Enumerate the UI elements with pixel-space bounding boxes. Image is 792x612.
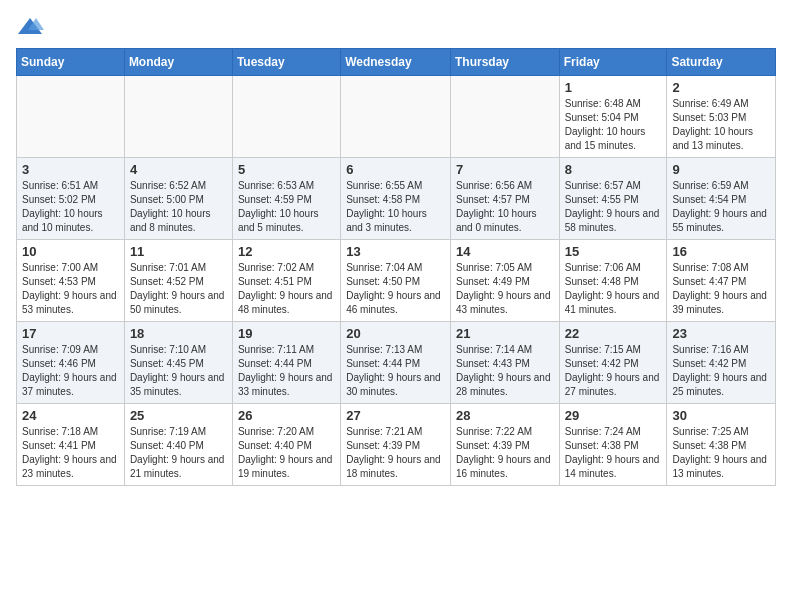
calendar-cell: 6Sunrise: 6:55 AM Sunset: 4:58 PM Daylig… (341, 158, 451, 240)
calendar-cell: 27Sunrise: 7:21 AM Sunset: 4:39 PM Dayli… (341, 404, 451, 486)
calendar-cell: 4Sunrise: 6:52 AM Sunset: 5:00 PM Daylig… (124, 158, 232, 240)
calendar-cell: 10Sunrise: 7:00 AM Sunset: 4:53 PM Dayli… (17, 240, 125, 322)
cell-text: Sunrise: 6:52 AM Sunset: 5:00 PM Dayligh… (130, 179, 227, 235)
cell-text: Sunrise: 6:56 AM Sunset: 4:57 PM Dayligh… (456, 179, 554, 235)
cell-text: Sunrise: 7:15 AM Sunset: 4:42 PM Dayligh… (565, 343, 662, 399)
calendar-cell: 16Sunrise: 7:08 AM Sunset: 4:47 PM Dayli… (667, 240, 776, 322)
day-number: 5 (238, 162, 335, 177)
day-number: 21 (456, 326, 554, 341)
calendar-cell (17, 76, 125, 158)
day-number: 13 (346, 244, 445, 259)
day-number: 3 (22, 162, 119, 177)
cell-text: Sunrise: 6:57 AM Sunset: 4:55 PM Dayligh… (565, 179, 662, 235)
day-number: 19 (238, 326, 335, 341)
day-number: 25 (130, 408, 227, 423)
weekday-header: Saturday (667, 49, 776, 76)
cell-text: Sunrise: 6:51 AM Sunset: 5:02 PM Dayligh… (22, 179, 119, 235)
calendar-cell: 1Sunrise: 6:48 AM Sunset: 5:04 PM Daylig… (559, 76, 667, 158)
calendar-cell: 2Sunrise: 6:49 AM Sunset: 5:03 PM Daylig… (667, 76, 776, 158)
cell-text: Sunrise: 7:04 AM Sunset: 4:50 PM Dayligh… (346, 261, 445, 317)
day-number: 10 (22, 244, 119, 259)
calendar-cell: 9Sunrise: 6:59 AM Sunset: 4:54 PM Daylig… (667, 158, 776, 240)
cell-text: Sunrise: 6:49 AM Sunset: 5:03 PM Dayligh… (672, 97, 770, 153)
cell-text: Sunrise: 7:02 AM Sunset: 4:51 PM Dayligh… (238, 261, 335, 317)
day-number: 14 (456, 244, 554, 259)
day-number: 4 (130, 162, 227, 177)
page-header (16, 16, 776, 38)
calendar-cell: 17Sunrise: 7:09 AM Sunset: 4:46 PM Dayli… (17, 322, 125, 404)
weekday-header: Sunday (17, 49, 125, 76)
cell-text: Sunrise: 6:55 AM Sunset: 4:58 PM Dayligh… (346, 179, 445, 235)
weekday-header: Wednesday (341, 49, 451, 76)
cell-text: Sunrise: 7:10 AM Sunset: 4:45 PM Dayligh… (130, 343, 227, 399)
logo-icon (16, 16, 44, 38)
cell-text: Sunrise: 7:13 AM Sunset: 4:44 PM Dayligh… (346, 343, 445, 399)
calendar-cell: 14Sunrise: 7:05 AM Sunset: 4:49 PM Dayli… (450, 240, 559, 322)
day-number: 24 (22, 408, 119, 423)
day-number: 1 (565, 80, 662, 95)
cell-text: Sunrise: 6:48 AM Sunset: 5:04 PM Dayligh… (565, 97, 662, 153)
cell-text: Sunrise: 7:16 AM Sunset: 4:42 PM Dayligh… (672, 343, 770, 399)
cell-text: Sunrise: 7:14 AM Sunset: 4:43 PM Dayligh… (456, 343, 554, 399)
day-number: 2 (672, 80, 770, 95)
calendar-cell: 11Sunrise: 7:01 AM Sunset: 4:52 PM Dayli… (124, 240, 232, 322)
cell-text: Sunrise: 7:11 AM Sunset: 4:44 PM Dayligh… (238, 343, 335, 399)
day-number: 16 (672, 244, 770, 259)
calendar-cell: 25Sunrise: 7:19 AM Sunset: 4:40 PM Dayli… (124, 404, 232, 486)
cell-text: Sunrise: 7:19 AM Sunset: 4:40 PM Dayligh… (130, 425, 227, 481)
calendar-cell: 24Sunrise: 7:18 AM Sunset: 4:41 PM Dayli… (17, 404, 125, 486)
day-number: 20 (346, 326, 445, 341)
weekday-header: Friday (559, 49, 667, 76)
calendar-cell: 15Sunrise: 7:06 AM Sunset: 4:48 PM Dayli… (559, 240, 667, 322)
weekday-header: Tuesday (232, 49, 340, 76)
day-number: 6 (346, 162, 445, 177)
day-number: 27 (346, 408, 445, 423)
cell-text: Sunrise: 7:22 AM Sunset: 4:39 PM Dayligh… (456, 425, 554, 481)
cell-text: Sunrise: 7:06 AM Sunset: 4:48 PM Dayligh… (565, 261, 662, 317)
cell-text: Sunrise: 7:09 AM Sunset: 4:46 PM Dayligh… (22, 343, 119, 399)
cell-text: Sunrise: 7:25 AM Sunset: 4:38 PM Dayligh… (672, 425, 770, 481)
day-number: 22 (565, 326, 662, 341)
day-number: 17 (22, 326, 119, 341)
calendar-cell: 19Sunrise: 7:11 AM Sunset: 4:44 PM Dayli… (232, 322, 340, 404)
calendar-cell: 3Sunrise: 6:51 AM Sunset: 5:02 PM Daylig… (17, 158, 125, 240)
day-number: 23 (672, 326, 770, 341)
cell-text: Sunrise: 7:21 AM Sunset: 4:39 PM Dayligh… (346, 425, 445, 481)
day-number: 7 (456, 162, 554, 177)
day-number: 8 (565, 162, 662, 177)
cell-text: Sunrise: 7:18 AM Sunset: 4:41 PM Dayligh… (22, 425, 119, 481)
calendar-cell (341, 76, 451, 158)
calendar-cell (232, 76, 340, 158)
calendar-cell: 22Sunrise: 7:15 AM Sunset: 4:42 PM Dayli… (559, 322, 667, 404)
day-number: 18 (130, 326, 227, 341)
calendar-cell: 7Sunrise: 6:56 AM Sunset: 4:57 PM Daylig… (450, 158, 559, 240)
day-number: 29 (565, 408, 662, 423)
day-number: 12 (238, 244, 335, 259)
calendar-cell: 26Sunrise: 7:20 AM Sunset: 4:40 PM Dayli… (232, 404, 340, 486)
calendar-cell: 29Sunrise: 7:24 AM Sunset: 4:38 PM Dayli… (559, 404, 667, 486)
weekday-header: Thursday (450, 49, 559, 76)
calendar-cell: 20Sunrise: 7:13 AM Sunset: 4:44 PM Dayli… (341, 322, 451, 404)
day-number: 30 (672, 408, 770, 423)
cell-text: Sunrise: 6:59 AM Sunset: 4:54 PM Dayligh… (672, 179, 770, 235)
cell-text: Sunrise: 7:08 AM Sunset: 4:47 PM Dayligh… (672, 261, 770, 317)
calendar-cell: 13Sunrise: 7:04 AM Sunset: 4:50 PM Dayli… (341, 240, 451, 322)
day-number: 15 (565, 244, 662, 259)
calendar-table: SundayMondayTuesdayWednesdayThursdayFrid… (16, 48, 776, 486)
day-number: 28 (456, 408, 554, 423)
calendar-cell (450, 76, 559, 158)
cell-text: Sunrise: 6:53 AM Sunset: 4:59 PM Dayligh… (238, 179, 335, 235)
calendar-cell: 5Sunrise: 6:53 AM Sunset: 4:59 PM Daylig… (232, 158, 340, 240)
calendar-cell: 30Sunrise: 7:25 AM Sunset: 4:38 PM Dayli… (667, 404, 776, 486)
day-number: 26 (238, 408, 335, 423)
calendar-cell (124, 76, 232, 158)
calendar-cell: 21Sunrise: 7:14 AM Sunset: 4:43 PM Dayli… (450, 322, 559, 404)
logo (16, 16, 48, 38)
day-number: 11 (130, 244, 227, 259)
cell-text: Sunrise: 7:05 AM Sunset: 4:49 PM Dayligh… (456, 261, 554, 317)
day-number: 9 (672, 162, 770, 177)
calendar-cell: 12Sunrise: 7:02 AM Sunset: 4:51 PM Dayli… (232, 240, 340, 322)
cell-text: Sunrise: 7:24 AM Sunset: 4:38 PM Dayligh… (565, 425, 662, 481)
cell-text: Sunrise: 7:20 AM Sunset: 4:40 PM Dayligh… (238, 425, 335, 481)
cell-text: Sunrise: 7:00 AM Sunset: 4:53 PM Dayligh… (22, 261, 119, 317)
